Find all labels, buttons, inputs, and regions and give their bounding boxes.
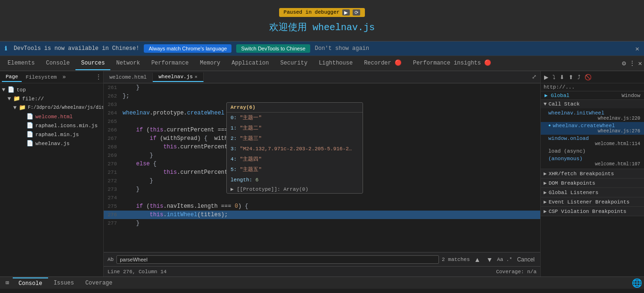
expand-icon[interactable]: ⤢ — [528, 73, 540, 81]
sidebar-action-icon[interactable]: ⋮ — [96, 73, 101, 81]
arrow-icon: ▶ — [544, 199, 547, 205]
tab-performance[interactable]: Performance — [146, 57, 194, 70]
arrow-icon: ▼ — [13, 105, 19, 111]
tree-label-file: file:// — [22, 96, 44, 102]
file-ref: wheelnav.js:276 — [548, 129, 640, 134]
window-label: Window — [621, 93, 640, 98]
tab-security[interactable]: Security — [275, 57, 314, 70]
deactivate-button[interactable]: 🚫 — [583, 73, 593, 81]
step-button[interactable]: ⤴ — [576, 73, 582, 81]
tab-performance-insights[interactable]: Performance insights 🔴 — [407, 57, 497, 70]
arrow-icon: ▼ — [8, 96, 13, 102]
tooltip-item-length: length: 6 — [227, 175, 363, 185]
step-into-button[interactable]: ⬇ — [558, 73, 566, 81]
xhr-breakpoints-header[interactable]: ▶ XHR/fetch Breakpoints — [541, 169, 644, 178]
tab-console[interactable]: Console — [41, 57, 75, 70]
sidebar-tab-filesystem[interactable]: Filesystem — [22, 73, 60, 81]
system-tray-icon: 🌐 — [632, 278, 642, 288]
tooltip-proto[interactable]: ▶ [[Prototype]]: Array(0) — [227, 185, 363, 193]
call-stack-section: ▼ Call Stack wheelnav.initWheel wheelnav… — [541, 100, 644, 169]
tab-application[interactable]: Application — [226, 57, 274, 70]
call-stack-item[interactable]: wheelnav.initWheel wheelnav.js:220 — [541, 109, 644, 122]
global-label: ▶ Global — [545, 92, 570, 98]
coverage-status: Coverage: n/a — [496, 269, 537, 275]
html-file-icon: 📄 — [26, 113, 33, 120]
tree-item-raphael-min[interactable]: 📄 raphael.min.js — [0, 130, 103, 139]
call-stack-header[interactable]: ▼ Call Stack — [541, 100, 644, 108]
code-line-highlighted: 276 this.initWheel(titles); — [104, 211, 540, 219]
resume-button[interactable]: ▶ — [342, 9, 350, 16]
folder-icon: 📄 — [8, 86, 15, 93]
step-out-button[interactable]: ⬆ — [567, 73, 575, 81]
tab-recorder[interactable]: Recorder 🔴 — [358, 57, 407, 70]
code-line: 277 } — [104, 219, 540, 228]
next-match-button[interactable]: ▼ — [485, 256, 494, 263]
prev-match-button[interactable]: ▲ — [473, 256, 482, 263]
code-line: 274 — [104, 194, 540, 202]
arrow-icon: ▶ — [544, 180, 547, 186]
tooltip-popup: Array(6) 0: "主题一" 1: "主题二" 2: "主题三" 3: "… — [226, 102, 363, 194]
step-over-button[interactable]: ⤵ — [551, 73, 557, 81]
arrow-icon: ▶ — [544, 208, 547, 214]
dom-breakpoints-section: ▶ DOM Breakpoints — [541, 179, 644, 188]
arrow-icon: ▶ — [544, 189, 547, 195]
tab-memory[interactable]: Memory — [194, 57, 226, 70]
event-listener-breakpoints-label: Event Listener Breakpoints — [549, 199, 630, 205]
regex-button[interactable]: .* — [506, 257, 512, 262]
always-match-button[interactable]: Always match Chrome's language — [144, 44, 231, 53]
dont-show-again-link[interactable]: Don't show again — [315, 45, 369, 52]
sidebar-more-icon[interactable]: » — [62, 74, 66, 81]
arrow-icon: ▼ — [2, 87, 8, 93]
bottom-toggle-icon[interactable]: ⊞ — [2, 279, 13, 286]
file-ref: wheelnav.js:220 — [548, 116, 640, 121]
tree-item-wheelnav[interactable]: 📄 wheelnav.js — [0, 139, 103, 148]
switch-devtools-button[interactable]: Switch DevTools to Chinese — [236, 44, 310, 53]
cancel-search-button[interactable]: Cancel — [515, 256, 537, 263]
match-case-button[interactable]: Aa — [497, 257, 503, 262]
js-file-icon: 📄 — [26, 122, 33, 129]
call-stack-item[interactable]: window.onload welcome.html:114 — [541, 135, 644, 147]
bottom-tab-coverage[interactable]: Coverage — [80, 278, 118, 288]
tree-label-top: top — [17, 87, 26, 93]
settings-icon[interactable]: ⚙ — [622, 59, 626, 67]
close-devtools-icon[interactable]: ✕ — [638, 59, 642, 67]
bottom-tab-console[interactable]: Console — [13, 277, 48, 289]
arrow-icon: ▼ — [544, 101, 547, 107]
bottom-tab-issues[interactable]: Issues — [48, 278, 80, 288]
event-listener-breakpoints-header[interactable]: ▶ Event Listener Breakpoints — [541, 197, 644, 206]
code-tab-wheelnav[interactable]: wheelnav.js ✕ — [153, 73, 204, 82]
sidebar-tab-page[interactable]: Page — [2, 73, 22, 82]
tab-sources[interactable]: Sources — [75, 57, 110, 70]
tree-item-top[interactable]: ▼ 📄 top — [0, 85, 103, 94]
tab-network[interactable]: Network — [110, 57, 145, 70]
arrow-icon: ▶ — [544, 171, 547, 177]
step-button[interactable]: ⟳ — [353, 9, 360, 16]
tree-item-welcome-html[interactable]: 📄 welcome.html — [0, 112, 103, 121]
resume-exec-button[interactable]: ▶ — [543, 73, 550, 81]
search-input[interactable] — [116, 255, 439, 264]
code-content[interactable]: 261 } 262 }; 263 264 wheelnav.prototype.… — [104, 83, 540, 252]
devtools-main: Page Filesystem » ⋮ ▼ 📄 top ▼ 📁 file:// … — [0, 71, 644, 277]
call-stack-item-active[interactable]: ● wheelnav.createWheel wheelnav.js:276 — [541, 122, 644, 135]
tree-label-raphael-icons: raphael.icons.min.js — [35, 123, 98, 129]
close-tab-icon[interactable]: ✕ — [195, 74, 198, 80]
tree-item-file[interactable]: ▼ 📁 file:// — [0, 94, 103, 103]
call-stack-item[interactable]: (anonymous) welcome.html:107 — [541, 155, 644, 168]
js-file-icon: 📄 — [26, 140, 33, 147]
tree-item-dist[interactable]: ▼ 📁 F:/3dpro/2d/wheelnav/js/dist — [0, 103, 103, 112]
file-ref: welcome.html:114 — [548, 141, 640, 146]
close-icon[interactable]: ✕ — [636, 45, 639, 53]
tab-elements[interactable]: Elements — [2, 57, 41, 70]
code-tab-bar: welcome.html wheelnav.js ✕ ⤢ — [104, 71, 540, 83]
global-listeners-header[interactable]: ▶ Global Listeners — [541, 188, 644, 197]
code-tab-welcome[interactable]: welcome.html — [104, 73, 153, 81]
tab-lighthouse[interactable]: Lighthouse — [313, 57, 358, 70]
call-stack-item[interactable]: load (async) — [541, 147, 644, 155]
file-ref: welcome.html:107 — [548, 162, 640, 167]
expand-proto-icon[interactable]: ▶ — [231, 187, 234, 192]
tree-item-raphael-icons[interactable]: 📄 raphael.icons.min.js — [0, 121, 103, 130]
csp-violation-breakpoints-header[interactable]: ▶ CSP Violation Breakpoints — [541, 207, 644, 216]
more-tools-icon[interactable]: ⋮ — [629, 59, 636, 67]
devtools-tab-bar: Elements Console Sources Network Perform… — [0, 56, 644, 71]
dom-breakpoints-header[interactable]: ▶ DOM Breakpoints — [541, 179, 644, 187]
